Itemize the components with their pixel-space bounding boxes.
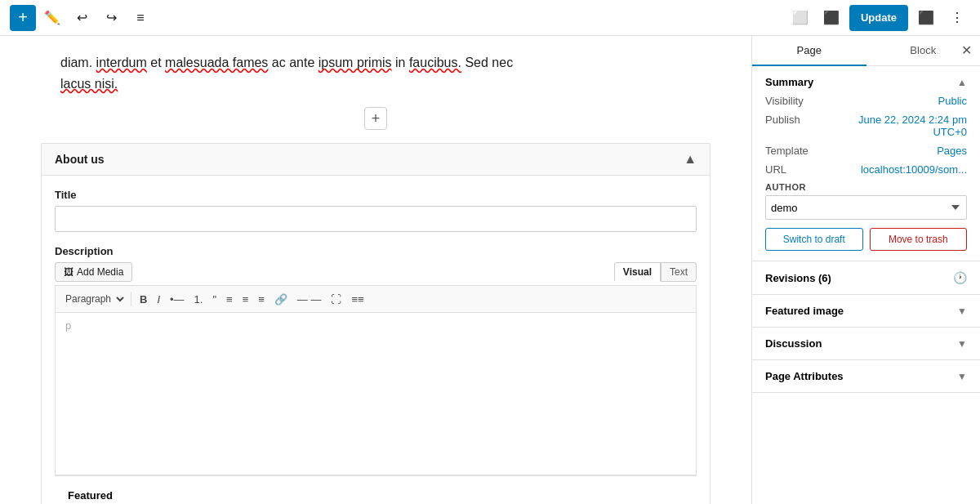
lorem-diam: diam. xyxy=(60,56,92,69)
author-section: AUTHOR demo xyxy=(765,182,967,220)
editor-content: diam. interdum et malesuada fames ac ant… xyxy=(41,52,710,136)
preview-icon-button[interactable]: ⬜ xyxy=(787,5,813,31)
lorem-sed: Sed nec xyxy=(465,56,513,69)
publish-row: Publish June 22, 2024 2:24 pm UTC+0 xyxy=(765,114,967,138)
redo-button[interactable]: ↪ xyxy=(98,5,124,31)
read-more-button[interactable]: — — xyxy=(293,291,326,308)
visual-text-tabs: Visual Text xyxy=(614,262,697,282)
add-block-center: + xyxy=(60,107,691,130)
toolbar-right: ⬜ ⬛ Update ⬛ ⋮ xyxy=(787,5,970,31)
author-select[interactable]: demo xyxy=(765,195,967,220)
list-view-button[interactable]: ≡ xyxy=(127,5,154,31)
options-icon-button[interactable]: ⋮ xyxy=(944,5,970,31)
italic-button[interactable]: I xyxy=(153,291,164,308)
main-layout: diam. interdum et malesuada fames ac ant… xyxy=(0,36,980,504)
page-attributes-chevron: ▼ xyxy=(957,371,967,382)
title-input[interactable] xyxy=(55,206,697,232)
lorem-lacus: lacus nisi. xyxy=(60,77,118,91)
about-us-header: About us ▲ xyxy=(42,144,710,176)
sidebar-tabs: Page Block ✕ xyxy=(752,36,980,66)
revisions-icon[interactable]: 🕐 xyxy=(953,271,967,284)
align-right-button[interactable]: ≡ xyxy=(254,291,269,308)
title-label: Title xyxy=(55,189,697,201)
lorem-paragraph: diam. interdum et malesuada fames ac ant… xyxy=(60,52,691,94)
align-center-button[interactable]: ≡ xyxy=(238,291,253,308)
visibility-label: Visibility xyxy=(765,95,831,107)
wp-editor-toolbar: Paragraph B I •— 1. " ≡ ≡ ≡ 🔗 — — ⛶ xyxy=(55,285,697,312)
link-button[interactable]: 🔗 xyxy=(270,291,292,308)
collapse-button[interactable]: ▲ xyxy=(684,152,697,167)
summary-section: Summary ▲ Visibility Public Publish June… xyxy=(752,66,980,261)
settings-icon-button[interactable]: ⬛ xyxy=(913,5,939,31)
add-block-button[interactable]: + xyxy=(10,5,36,31)
lorem-ac: ac ante xyxy=(272,56,318,69)
page-attributes-section[interactable]: Page Attributes ▼ xyxy=(752,360,980,393)
lorem-in: in xyxy=(395,56,409,69)
wp-editor-area[interactable]: p xyxy=(55,312,697,475)
discussion-label: Discussion xyxy=(765,337,822,350)
right-sidebar: Page Block ✕ Summary ▲ Visibility Public… xyxy=(751,36,980,504)
edit-icon-button[interactable]: ✏️ xyxy=(39,5,65,31)
author-label: AUTHOR xyxy=(765,182,967,192)
page-attributes-label: Page Attributes xyxy=(765,370,844,382)
blockquote-button[interactable]: " xyxy=(208,291,220,308)
url-row: URL localhost:10009/som... xyxy=(765,163,967,176)
unordered-list-button[interactable]: •— xyxy=(166,291,189,308)
share-icon-button[interactable]: ⬛ xyxy=(818,5,844,31)
action-buttons: Switch to draft Move to trash xyxy=(765,228,967,251)
kitchen-sink-button[interactable]: ≡≡ xyxy=(347,291,368,308)
template-row: Template Pages xyxy=(765,145,967,157)
template-label: Template xyxy=(765,145,831,157)
title-field-wrapper: Title xyxy=(55,189,697,232)
paragraph-select[interactable]: Paragraph xyxy=(60,289,127,309)
template-value[interactable]: Pages xyxy=(937,145,967,157)
lorem-ipsum: ipsum primis xyxy=(318,56,392,69)
editor-placeholder: p xyxy=(62,316,74,335)
add-media-button[interactable]: 🖼 Add Media xyxy=(55,262,132,282)
visibility-row: Visibility Public xyxy=(765,95,967,107)
featured-label: Featured xyxy=(68,489,684,502)
add-media-icon: 🖼 xyxy=(64,266,74,278)
description-section: Description 🖼 Add Media Visual Text xyxy=(55,245,697,475)
text-tab[interactable]: Text xyxy=(661,262,697,282)
switch-draft-button[interactable]: Switch to draft xyxy=(765,228,863,251)
sidebar-close-button[interactable]: ✕ xyxy=(961,42,972,58)
featured-section: Featured No image selected Add Image xyxy=(55,475,697,504)
summary-label: Summary xyxy=(765,76,813,88)
update-button[interactable]: Update xyxy=(849,5,908,31)
toolbar-left: + ✏️ ↩ ↪ ≡ xyxy=(10,5,154,31)
summary-header[interactable]: Summary ▲ xyxy=(765,76,967,88)
featured-image-chevron: ▼ xyxy=(957,306,967,317)
revisions-section: Revisions (6) 🕐 xyxy=(752,261,980,295)
publish-value[interactable]: June 22, 2024 2:24 pm UTC+0 xyxy=(831,114,967,138)
lorem-et: et xyxy=(150,56,165,69)
desc-toolbar-wrap: 🖼 Add Media Visual Text xyxy=(55,262,697,285)
summary-chevron: ▲ xyxy=(957,77,967,88)
description-label: Description xyxy=(55,245,697,257)
lorem-interdum: interdum xyxy=(96,56,147,69)
ordered-list-button[interactable]: 1. xyxy=(190,291,207,308)
publish-label: Publish xyxy=(765,114,831,126)
about-us-body: Title Description 🖼 Add Media Visual Tex… xyxy=(42,176,710,504)
page-tab[interactable]: Page xyxy=(752,36,866,66)
undo-button[interactable]: ↩ xyxy=(69,5,95,31)
visibility-value[interactable]: Public xyxy=(938,95,967,107)
add-media-label: Add Media xyxy=(77,266,123,278)
discussion-chevron: ▼ xyxy=(957,338,967,350)
discussion-section[interactable]: Discussion ▼ xyxy=(752,328,980,360)
revisions-row: Revisions (6) 🕐 xyxy=(765,271,967,284)
toolbar-divider-1 xyxy=(131,292,131,306)
move-trash-button[interactable]: Move to trash xyxy=(870,228,968,251)
align-left-button[interactable]: ≡ xyxy=(222,291,237,308)
about-us-title: About us xyxy=(55,153,105,166)
top-toolbar: + ✏️ ↩ ↪ ≡ ⬜ ⬛ Update ⬛ ⋮ xyxy=(0,0,980,36)
lorem-faucibus: faucibus. xyxy=(409,56,461,69)
visual-tab[interactable]: Visual xyxy=(614,262,661,282)
add-block-inline-button[interactable]: + xyxy=(364,107,387,130)
url-value[interactable]: localhost:10009/som... xyxy=(861,163,967,176)
bold-button[interactable]: B xyxy=(136,291,151,308)
fullscreen-button[interactable]: ⛶ xyxy=(327,291,345,308)
url-label: URL xyxy=(765,163,831,176)
featured-image-section[interactable]: Featured image ▼ xyxy=(752,295,980,328)
revisions-label: Revisions (6) xyxy=(765,272,831,284)
